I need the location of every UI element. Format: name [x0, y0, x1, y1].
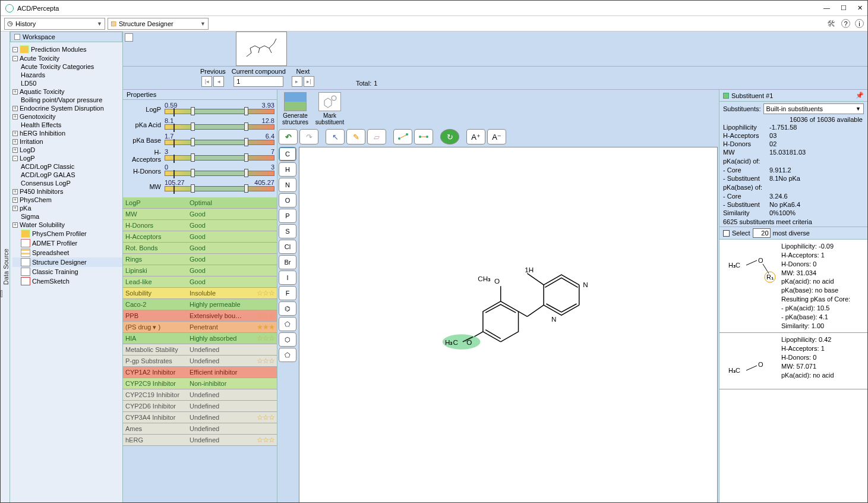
property-row[interactable]: CYP2C19 InhibitorUndefined [123, 389, 277, 401]
select-n-input[interactable] [753, 228, 771, 238]
property-row[interactable]: P-gp SubstratesUndefined☆☆☆ [123, 356, 277, 367]
sub-slider[interactable]: - Core3.24.6 [719, 192, 867, 200]
sub-slider[interactable]: - SubstituentNo pKa6.4 [719, 200, 867, 209]
current-compound-input[interactable] [233, 76, 283, 87]
tree-node[interactable]: PhysChem Profiler [12, 229, 122, 238]
tree-node[interactable]: Acute Toxicity Categories [12, 62, 122, 71]
compound-thumbnail[interactable] [236, 32, 287, 66]
close-button[interactable]: ✕ [857, 4, 863, 12]
ring-template-button[interactable]: ⬠ [279, 317, 296, 331]
tree-node[interactable]: Spreadsheet [12, 248, 122, 257]
property-row[interactable]: H-DonorsGood [123, 220, 277, 231]
redo-button[interactable]: ↷ [299, 129, 318, 144]
property-slider[interactable]: LogP0.593.93 [127, 102, 274, 117]
bond-tool-1[interactable] [393, 129, 412, 144]
property-row[interactable]: MWGood [123, 209, 277, 220]
tree-node[interactable]: Sigma [12, 212, 122, 221]
tree-node[interactable]: Classic Training [12, 267, 122, 276]
property-row[interactable]: CYP1A2 InhibitorEfficient inhibitor [123, 367, 277, 378]
property-row[interactable]: hERGUndefined☆☆☆ [123, 435, 277, 446]
property-row[interactable]: Caco-2Highly permeable [123, 299, 277, 310]
property-row[interactable]: CYP2D6 InhibitorUndefined [123, 401, 277, 412]
tree-node[interactable]: +LogD [12, 146, 122, 154]
font-increase-button[interactable]: A⁺ [466, 129, 485, 144]
prev-button[interactable]: ◂ [213, 76, 224, 87]
history-combo[interactable]: ◷ History ▼ [4, 18, 105, 30]
tree-node[interactable]: +PhysChem [12, 196, 122, 204]
properties-table[interactable]: LogPOptimalMWGoodH-DonorsGoodH-Acceptors… [123, 197, 277, 503]
ring-template-button[interactable]: ⬡ [279, 332, 296, 347]
substituents-select[interactable]: Built-in substituents ▼ [763, 103, 864, 114]
tree-node[interactable]: Structure Designer [12, 257, 122, 267]
bond-tool-2[interactable] [414, 129, 433, 144]
checkbox-icon[interactable] [14, 34, 20, 40]
mark-substituent-button[interactable]: Mark substituent [314, 92, 345, 125]
tree-node[interactable]: -Acute Toxicity [12, 54, 122, 62]
sub-slider[interactable]: H-Acceptors03 [719, 131, 867, 140]
tree-node[interactable]: Consensus LogP [12, 179, 122, 187]
tree-node[interactable]: -Prediction Modules [12, 45, 122, 54]
element-N[interactable]: N [279, 178, 296, 192]
select-checkbox[interactable] [723, 230, 730, 237]
tree-node[interactable]: +Endocrine System Disruption [12, 104, 122, 112]
tree-node[interactable]: ACD/LogP Classic [12, 162, 122, 171]
tree-node[interactable]: ChemSketch [12, 276, 122, 286]
element-Br[interactable]: Br [279, 255, 296, 269]
pin-icon[interactable]: 📌 [856, 92, 864, 99]
property-row[interactable]: LipinskiGood [123, 265, 277, 276]
property-row[interactable]: (PS drug ▾ )Penetrant★★★ [123, 322, 277, 333]
property-row[interactable]: SolubilityInsoluble☆☆☆ [123, 288, 277, 299]
property-row[interactable]: Lead-likeGood [123, 276, 277, 288]
property-row[interactable]: CYP2C9 InhibitorNon-inhibitor [123, 378, 277, 389]
property-row[interactable]: Rot. BondsGood [123, 243, 277, 254]
element-H[interactable]: H [279, 162, 296, 177]
element-S[interactable]: S [279, 224, 296, 238]
property-row[interactable]: Metabolic StabilityUndefined [123, 344, 277, 356]
font-decrease-button[interactable]: A⁻ [487, 129, 506, 144]
property-slider[interactable]: pKa Acid8.112.8 [127, 118, 274, 132]
property-row[interactable]: CYP3A4 InhibitorUndefined☆☆☆ [123, 412, 277, 423]
property-row[interactable]: LogPOptimal [123, 197, 277, 209]
tree-node[interactable]: +hERG Inhibition [12, 129, 122, 137]
tree-node[interactable]: ACD/LogP GALAS [12, 171, 122, 179]
help-icon[interactable]: ? [841, 19, 850, 28]
tree-node[interactable]: LD50 [12, 79, 122, 87]
tree-node[interactable]: ADMET Profiler [12, 238, 122, 248]
property-row[interactable]: RingsGood [123, 254, 277, 265]
maximize-button[interactable]: ☐ [841, 4, 847, 12]
element-I[interactable]: I [279, 271, 296, 285]
element-P[interactable]: P [279, 209, 296, 223]
ring-template-button[interactable]: ⌬ [279, 301, 296, 316]
tree-node[interactable]: +Irritation [12, 137, 122, 146]
first-button[interactable]: |◂ [201, 76, 212, 87]
minimize-button[interactable]: — [823, 4, 830, 12]
select-tool[interactable]: ↖ [326, 129, 345, 144]
wrench-icon[interactable]: 🛠 [827, 19, 835, 29]
last-button[interactable]: ▸| [304, 76, 314, 87]
element-F[interactable]: F [279, 286, 296, 300]
property-slider[interactable]: H-Acceptors37 [127, 149, 274, 163]
property-row[interactable]: H-AcceptorsGood [123, 231, 277, 243]
data-source-tab[interactable]: Data Source [1, 32, 10, 502]
sub-slider[interactable]: - Substituent8.1No pKa [719, 174, 867, 183]
mode-combo[interactable]: ▨ Structure Designer ▼ [108, 18, 209, 30]
element-O[interactable]: O [279, 193, 296, 208]
workspace-tree[interactable]: -Prediction Modules-Acute ToxicityAcute … [10, 42, 122, 502]
property-slider[interactable]: H-Donors03 [127, 164, 274, 178]
sub-slider[interactable]: Similarity0%100% [719, 209, 867, 217]
ring-template-button[interactable]: ⬠ [279, 348, 296, 362]
tree-node[interactable]: +P450 Inhibitors [12, 187, 122, 196]
sub-slider[interactable]: Lipophilicity-1.751.58 [719, 123, 867, 131]
tree-node[interactable]: +Water Solubility [12, 221, 122, 229]
substituent-item[interactable]: H₃COR₁Lipophilicity: -0.09H-Acceptors: 1… [719, 240, 867, 333]
info-icon[interactable]: i [855, 19, 864, 28]
sub-slider[interactable]: H-Donors02 [719, 140, 867, 148]
property-row[interactable]: AmesUndefined [123, 423, 277, 435]
structure-canvas[interactable]: N 1H N O CH₃ H₃C O [299, 147, 718, 503]
substituent-item[interactable]: H₃COLipophilicity: 0.42H-Acceptors: 1H-D… [719, 333, 867, 389]
thumb-toggle[interactable] [125, 33, 133, 42]
refresh-button[interactable]: ↻ [440, 129, 459, 144]
property-row[interactable]: HIAHighly absorbed☆☆☆ [123, 333, 277, 344]
substituent-list[interactable]: H₃COR₁Lipophilicity: -0.09H-Acceptors: 1… [719, 240, 867, 503]
property-slider[interactable]: MW105.27405.27 [127, 180, 274, 194]
